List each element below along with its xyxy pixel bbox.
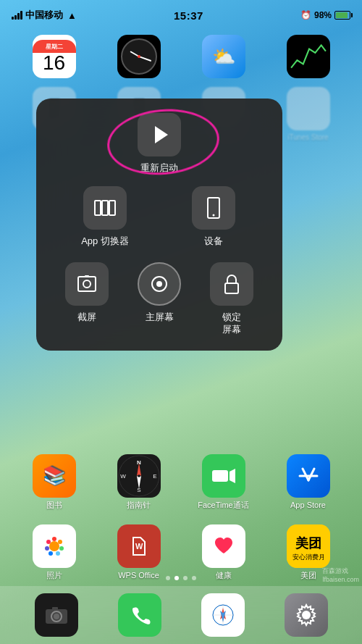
- svg-rect-2: [102, 201, 108, 215]
- signal-bar-3: [17, 13, 20, 20]
- app-icon-weather: ⛅: [202, 35, 245, 78]
- signal-bar-4: [20, 11, 22, 20]
- lock-label: 锁定屏幕: [222, 311, 241, 336]
- screenshot-icon: [65, 262, 109, 306]
- svg-point-25: [56, 551, 60, 556]
- home-label: 主屏幕: [146, 311, 174, 324]
- svg-point-7: [83, 280, 90, 288]
- svg-text:美团: 美团: [295, 535, 321, 551]
- svg-point-35: [54, 614, 59, 619]
- home-screen: 星期二 16 ⛅: [0, 26, 362, 644]
- app-wrap-appstore[interactable]: App Store: [282, 454, 334, 510]
- screenshot-svg: [74, 271, 100, 297]
- device-button[interactable]: 设备: [181, 186, 246, 248]
- svg-text:E: E: [153, 473, 156, 480]
- svg-rect-1: [95, 201, 101, 215]
- app-icon-stocks: [287, 35, 330, 78]
- dock-wrap-phone[interactable]: [114, 593, 166, 637]
- app-wrap-stocks[interactable]: [282, 35, 334, 78]
- page-dots: [0, 576, 362, 580]
- app-icon-books: 📚: [33, 454, 76, 498]
- app-icon-clock: [117, 35, 161, 78]
- app-label-compass: 指南针: [127, 501, 151, 510]
- clock-face: [121, 38, 157, 75]
- app-label-books: 图书: [46, 501, 62, 510]
- svg-marker-20: [230, 469, 235, 483]
- screenshot-label: 截屏: [77, 311, 96, 324]
- svg-rect-8: [85, 275, 89, 277]
- svg-point-27: [45, 546, 49, 551]
- device-icon: [192, 186, 235, 230]
- app-icon-health: [202, 524, 245, 568]
- app-wrap-facetime[interactable]: FaceTime通话: [198, 454, 250, 510]
- screenshot-button[interactable]: 截屏: [54, 262, 119, 336]
- alarm-icon: ⏰: [300, 10, 311, 20]
- app-wrap-weather[interactable]: ⛅: [198, 35, 250, 78]
- app-icon-appstore: [287, 454, 330, 498]
- cal-date: 16: [43, 53, 65, 73]
- bg-label-4: iTunes Store: [287, 133, 328, 142]
- device-svg: [201, 195, 227, 221]
- svg-point-43: [302, 611, 311, 619]
- battery-percent: 98%: [314, 10, 332, 20]
- app-wrap-health[interactable]: 健康: [198, 524, 250, 580]
- settings-svg: [293, 602, 319, 628]
- health-svg: [211, 533, 237, 559]
- app-icon-calendar: 星期二 16: [33, 35, 76, 78]
- svg-text:W: W: [120, 473, 126, 480]
- app-switcher-button[interactable]: App 切换器: [72, 186, 138, 248]
- page-dot-4: [192, 576, 196, 580]
- dock-icon-safari: [201, 593, 245, 637]
- panel-row-2: App 切换器 设备: [51, 186, 268, 248]
- restart-icon: [138, 113, 181, 156]
- dock: [0, 586, 362, 644]
- top-app-row: 星期二 16 ⛅: [0, 29, 362, 84]
- lock-screen-button[interactable]: 锁定屏幕: [199, 262, 264, 336]
- app-wrap-calendar[interactable]: 星期二 16: [28, 35, 80, 78]
- page-dot-3: [183, 576, 188, 580]
- svg-point-22: [52, 537, 56, 541]
- meituan-svg: 美团 安心消费月: [287, 524, 330, 568]
- app-wrap-compass[interactable]: N S W E 指南针: [113, 454, 165, 510]
- status-right: ⏰ 98%: [300, 10, 350, 20]
- restart-label: 重新启动: [140, 162, 178, 175]
- app-icon-photos: [33, 524, 76, 568]
- signal-bar-1: [12, 17, 14, 20]
- switcher-svg: [92, 195, 118, 221]
- svg-point-24: [59, 546, 64, 551]
- bottom-apps: 📚 图书 N S W E 指南针: [0, 448, 362, 586]
- app-wrap-photos[interactable]: 照片: [28, 524, 80, 580]
- dock-wrap-safari[interactable]: [197, 593, 249, 637]
- svg-rect-6: [78, 277, 96, 291]
- panel-row-restart: 重新启动: [51, 113, 268, 175]
- compass-svg: N S W E: [117, 454, 161, 498]
- svg-text:W: W: [135, 542, 143, 551]
- watermark: 百森游戏lfbaisen.com: [322, 566, 359, 583]
- svg-point-26: [49, 551, 53, 556]
- appstore-svg: [295, 463, 321, 489]
- app-wrap-wps[interactable]: W WPS Office: [113, 524, 165, 580]
- status-time: 15:37: [174, 9, 203, 22]
- dock-wrap-camera[interactable]: [30, 593, 83, 637]
- device-label: 设备: [204, 235, 223, 248]
- app-icon-wps: W: [117, 524, 161, 568]
- clock-center-dot: [138, 55, 140, 58]
- svg-rect-19: [212, 470, 228, 482]
- phone-svg: [127, 602, 153, 628]
- safari-svg: [210, 602, 236, 628]
- bg-icon-4: [287, 87, 330, 130]
- home-button[interactable]: 主屏幕: [127, 262, 192, 336]
- page-dot-1: [166, 576, 170, 580]
- app-label-facetime: FaceTime通话: [198, 501, 249, 510]
- app-wrap-books[interactable]: 📚 图书: [28, 454, 80, 510]
- bg-app-4: iTunes Store: [282, 87, 334, 142]
- dock-icon-settings: [285, 593, 328, 637]
- stocks-svg: [290, 38, 327, 75]
- app-wrap-clock[interactable]: [113, 35, 165, 78]
- svg-point-28: [46, 540, 51, 544]
- dock-wrap-settings[interactable]: [280, 593, 332, 637]
- restart-button[interactable]: 重新启动: [127, 113, 192, 175]
- home-svg: [146, 271, 172, 297]
- dock-icon-phone: [118, 593, 161, 637]
- battery-container: [334, 11, 350, 20]
